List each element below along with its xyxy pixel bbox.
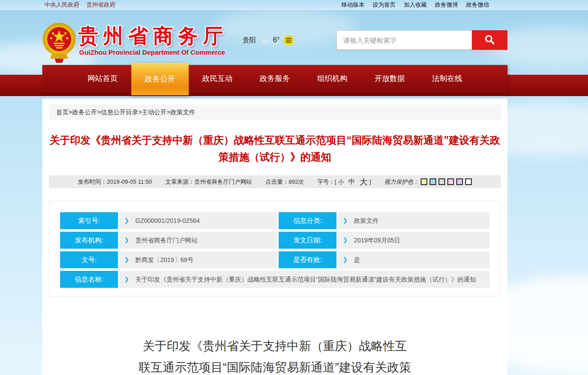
info-pair-info-category: 信息分类: ❯ 政策文件	[279, 212, 490, 229]
info-value-text: 政策文件	[354, 217, 379, 224]
info-value: ❯ 黔商发〔2019〕68号	[119, 251, 277, 268]
table-row: 索引号: ❯ GZ000001/2019-02564 信息分类: ❯ 政策文件	[60, 212, 490, 229]
national-emblem-logo	[41, 20, 77, 63]
eye-protection-swatches	[421, 178, 472, 185]
click-count: 点击量：892次	[265, 178, 304, 186]
font-size-medium-button[interactable]: 中	[349, 177, 355, 186]
info-value-text: 黔商发〔2019〕68号	[135, 256, 194, 263]
table-row: 发布机构: ❯ 贵州省商务厅门户网站 发文日期: ❯ 2019年09月05日	[60, 232, 490, 249]
arrow-right-icon: ❯	[124, 212, 129, 229]
arrow-right-icon: ❯	[343, 251, 348, 268]
breadcrumb-separator: >	[69, 109, 72, 116]
info-pair-index-number: 索引号: ❯ GZ000001/2019-02564	[60, 212, 277, 229]
search-input[interactable]	[337, 30, 472, 50]
color-swatch-pink[interactable]	[447, 178, 454, 185]
info-value: ❯ GZ000001/2019-02564	[119, 212, 277, 229]
nav-item-government-affairs-disclosure[interactable]: 政务公开	[131, 63, 189, 95]
info-value: ❯ 政策文件	[338, 212, 490, 229]
site-search	[337, 30, 507, 50]
site-header: 贵州省商务厅 GuiZhou Provincial Department Of …	[0, 10, 588, 65]
color-swatch-blue[interactable]	[430, 178, 436, 185]
info-pair-validity: 是否有效: ❯ 是	[279, 251, 490, 268]
color-swatch-white[interactable]	[465, 178, 472, 185]
breadcrumb: 首页>政务公开>信息公开目录>主动公开>政策文件	[49, 105, 501, 120]
link-set-homepage[interactable]: 设为首页	[373, 1, 396, 9]
info-pair-publisher: 发布机构: ❯ 贵州省商务厅门户网站	[60, 232, 277, 249]
table-row: 文号: ❯ 黔商发〔2019〕68号 是否有效: ❯ 是	[60, 251, 490, 268]
link-mobile-version[interactable]: 移动版本	[341, 1, 365, 9]
breadcrumb-home[interactable]: 首页	[56, 109, 69, 116]
nav-item-public-interaction[interactable]: 政民互动	[189, 65, 246, 93]
search-button[interactable]	[472, 30, 507, 50]
link-guizhou-government[interactable]: 贵州省政府	[86, 1, 115, 9]
page: { "topbar": { "left_links": ["中央人民政府", "…	[0, 0, 588, 375]
info-value: ❯ 是	[338, 251, 490, 268]
info-label: 索引号:	[60, 212, 118, 229]
nav-item-government-services[interactable]: 政务服务	[246, 65, 304, 93]
color-swatch-purple[interactable]	[456, 178, 463, 185]
info-pair-info-name: 信息名称: ❯ 关于印发《贵州省关于支持中新（重庆）战略性互联互通示范项目“国际…	[60, 271, 490, 288]
link-central-government[interactable]: 中央人民政府	[45, 1, 79, 9]
weather-temperature: 6°	[273, 36, 280, 44]
arrow-right-icon: ❯	[124, 251, 129, 268]
top-utility-bar: 中央人民政府 贵州省政府 移动版本 设为首页 加入收藏 政务微博 政务微信	[0, 0, 588, 10]
arrow-right-icon: ❯	[343, 212, 348, 229]
info-pair-document-number: 文号: ❯ 黔商发〔2019〕68号	[60, 251, 277, 268]
nav-item-legal-online[interactable]: 法制在线	[418, 65, 476, 93]
info-label: 是否有效:	[279, 251, 337, 268]
nav-item-open-data[interactable]: 开放数据	[361, 65, 418, 93]
main-navigation: 网站首页 政务公开 政民互动 政务服务 组织机构 开放数据 法制在线	[42, 65, 507, 93]
article-title: 关于印发《贵州省关于支持中新（重庆）战略性互联互通示范项目“国际陆海贸易新通道”…	[46, 132, 504, 165]
info-value: ❯ 关于印发《贵州省关于支持中新（重庆）战略性互联互通示范项目“国际陆海贸易新通…	[119, 271, 490, 288]
publish-time: 发布时间：2019-09-05 11:50	[78, 178, 152, 186]
info-value-text: 关于印发《贵州省关于支持中新（重庆）战略性互联互通示范项目“国际陆海贸易新通道”…	[135, 276, 476, 283]
search-icon	[484, 34, 495, 47]
info-value-text: 贵州省商务厅门户网站	[135, 237, 198, 244]
article-source: 文章来源：贵州省商务厅门户网站	[165, 178, 252, 186]
info-pair-issue-date: 发文日期: ❯ 2019年09月05日	[279, 232, 490, 249]
nav-item-organization[interactable]: 组织机构	[304, 65, 361, 93]
info-label: 发布机构:	[60, 232, 118, 249]
table-row: 信息名称: ❯ 关于印发《贵州省关于支持中新（重庆）战略性互联互通示范项目“国际…	[60, 271, 490, 288]
site-title-english: GuiZhou Provincial Department Of Commerc…	[79, 48, 225, 56]
arrow-right-icon: ❯	[124, 271, 129, 288]
info-value-text: 2019年09月05日	[354, 237, 400, 244]
document-body-title: 关于印发《贵州省关于支持中新（重庆）战略性互联互通示范项目“国际陆海贸易新通道”…	[139, 335, 411, 375]
info-label: 文号:	[60, 251, 118, 268]
breadcrumb-active-disclosure[interactable]: 主动公开	[142, 109, 167, 116]
arrow-right-icon: ❯	[124, 232, 129, 249]
haze-icon	[284, 35, 294, 45]
breadcrumb-info-catalog[interactable]: 信息公开目录	[101, 109, 138, 116]
arrow-right-icon: ❯	[343, 232, 348, 249]
color-swatch-yellow[interactable]	[421, 178, 427, 185]
article-meta-bar: 发布时间：2019-09-05 11:50 文章来源：贵州省商务厅门户网站 点击…	[49, 175, 501, 188]
font-size-bracket-open: [	[335, 178, 337, 185]
font-size-small-button[interactable]: 小	[338, 178, 344, 186]
breadcrumb-separator: >	[138, 109, 142, 116]
nav-item-home[interactable]: 网站首页	[74, 65, 131, 93]
link-gov-wechat[interactable]: 政务微信	[466, 1, 489, 9]
info-value-text: GZ000001/2019-02564	[135, 217, 200, 224]
info-label: 信息分类:	[279, 212, 337, 229]
weather-widget: 贵阳 ☁ 6°	[243, 35, 294, 45]
link-gov-weibo[interactable]: 政务微博	[435, 1, 458, 9]
color-swatch-gray[interactable]	[438, 178, 445, 185]
font-size-large-button[interactable]: 大	[360, 177, 368, 187]
font-size-label: 字号：	[317, 178, 335, 186]
weather-city: 贵阳	[243, 36, 256, 44]
info-value: ❯ 2019年09月05日	[338, 232, 490, 249]
breadcrumb-gov-disclosure[interactable]: 政务公开	[72, 109, 97, 116]
info-label: 信息名称:	[60, 271, 118, 288]
eye-protection-label: 视力保护色：	[384, 178, 419, 186]
info-value-text: 是	[354, 256, 360, 263]
breadcrumb-separator: >	[167, 109, 170, 116]
font-size-controls: 字号： [ 小 中 大 ]	[317, 177, 371, 187]
font-size-bracket-close: ]	[369, 178, 371, 185]
breadcrumb-policy-documents[interactable]: 政策文件	[170, 109, 195, 116]
gov-links: 中央人民政府 贵州省政府	[45, 1, 115, 9]
cloud-icon: ☁	[260, 35, 269, 45]
eye-protection-controls: 视力保护色：	[384, 178, 472, 186]
link-add-favorite[interactable]: 加入收藏	[404, 1, 427, 9]
document-info-table: 索引号: ❯ GZ000001/2019-02564 信息分类: ❯ 政策文件 …	[49, 201, 501, 296]
info-value: ❯ 贵州省商务厅门户网站	[119, 232, 277, 249]
